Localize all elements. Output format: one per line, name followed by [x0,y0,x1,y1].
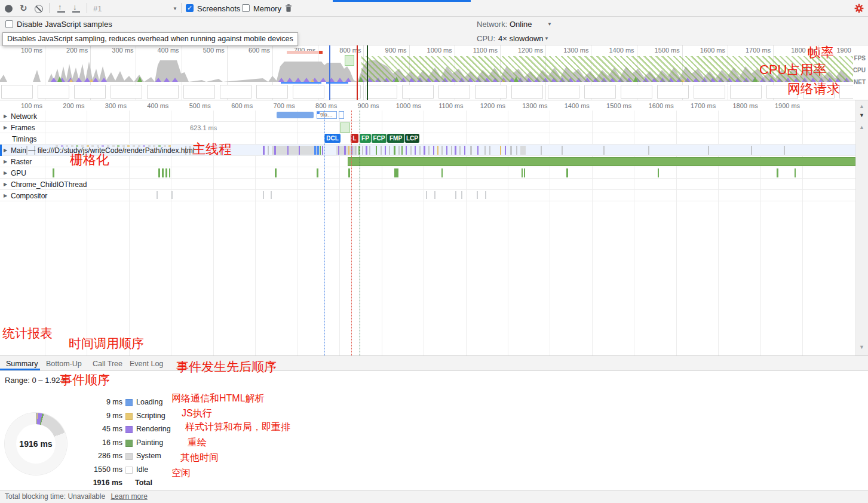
compositor-task [426,191,427,199]
screenshot-frame[interactable] [402,85,434,99]
main-thread-task [708,146,709,155]
devtools-performance-panel: ↻ ↑ ↓ #1 ▼ ✓ Screenshots Memory [0,0,868,503]
clear-icon[interactable] [35,5,43,13]
main-thread-task [348,146,349,155]
main-thread-task [433,146,434,155]
screenshot-frame[interactable] [475,85,507,99]
screenshot-frame[interactable] [730,85,762,99]
track-expand-icon[interactable]: ▶ [4,114,7,119]
screenshot-frame[interactable] [220,85,251,99]
scroll-down-icon[interactable]: ▼ [859,112,864,118]
timing-badge-lcp: LCP [405,134,419,143]
screenshots-checkbox[interactable]: ✓ [186,4,194,12]
main-thread-task [437,146,438,155]
legend-swatch-system [125,453,133,460]
overview-marker-line [329,45,330,100]
reload-icon[interactable]: ↻ [20,3,27,14]
cpu-select-chevron-icon[interactable]: ▼ [544,36,549,41]
flame-marker-line [324,111,325,355]
overview-marker-line [357,45,358,100]
settings-gear-icon[interactable] [854,4,864,13]
overview-ruler-tick: 900 ms [371,47,407,54]
overview-ruler-tick: 800 ms [325,47,361,54]
screenshot-frame[interactable] [74,85,106,99]
track-expand-icon[interactable]: ▶ [4,159,7,164]
screenshot-frame[interactable] [147,85,179,99]
screenshot-frame[interactable] [38,85,69,99]
compositor-task [455,191,456,199]
toolbar-separator [181,3,182,13]
tab-call-tree[interactable]: Call Tree [93,360,122,368]
track-label-chrome_childiothread: Chrome_ChildIOThread [11,180,87,189]
active-tab-underline [0,369,40,370]
scroll-down-icon[interactable]: ▼ [859,344,864,350]
screenshot-frame[interactable] [657,85,689,99]
main-thread-task [366,146,367,155]
memory-label: Memory [253,4,281,13]
network-throttle-select[interactable]: Online [510,20,532,29]
main-thread-task [516,146,517,155]
flame-ruler-tick: 200 ms [48,102,84,109]
screenshot-frame[interactable] [621,85,652,99]
screenshot-frame[interactable] [839,85,853,99]
scroll-up-icon[interactable]: ▲ [859,103,864,109]
flame-ruler-tick: 1400 ms [554,102,590,109]
disable-js-samples-checkbox[interactable] [5,20,13,28]
screenshot-frame[interactable] [183,85,215,99]
network-select-chevron-icon[interactable]: ▼ [547,22,552,27]
track-label-network: Network [11,112,37,121]
main-thread-task [751,146,752,155]
screenshot-frame[interactable] [694,85,725,99]
tab-bottom-up[interactable]: Bottom-Up [46,360,82,368]
cpu-throttled-hatch [361,56,853,82]
track-expand-icon[interactable]: ▶ [4,193,7,198]
profile-select-chevron-icon[interactable]: ▼ [173,6,177,11]
track-expand-icon[interactable]: ▶ [4,170,7,176]
overview-ruler-tick: 1300 ms [553,47,588,54]
screenshot-frame[interactable] [366,85,397,99]
track-expand-icon[interactable]: ▶ [4,182,7,187]
main-thread-task [299,146,300,155]
main-thread-task [344,146,346,155]
raster-task-bar[interactable] [348,157,855,166]
learn-more-link[interactable]: Learn more [111,492,147,501]
screenshot-frame[interactable] [111,85,142,99]
network-request-item[interactable]: 9la… [317,111,337,119]
scroll-up-icon[interactable]: ▲ [859,124,864,130]
screenshot-frame[interactable] [256,85,288,99]
summary-view: Range: 0 – 1.92 s 1916 ms 9 msLoading9 m… [0,371,868,490]
main-thread-task [489,146,490,155]
screenshot-frame[interactable] [1,85,33,99]
cpu-throttle-select[interactable]: 4× slowdown [498,34,544,43]
tab-event-log[interactable]: Event Log [130,360,163,368]
trash-icon[interactable] [284,3,293,13]
timing-badge-fp: FP [360,134,371,143]
memory-checkbox[interactable] [242,4,250,12]
record-button[interactable] [5,5,13,13]
network-request-bar[interactable] [277,112,314,118]
screenshot-frame[interactable] [584,85,616,99]
profile-select[interactable]: #1 [93,4,102,13]
screenshot-frame[interactable] [766,85,798,99]
screenshot-frame[interactable] [803,85,835,99]
screenshot-frame[interactable] [548,85,579,99]
track-expand-icon[interactable]: ▶ [4,125,7,130]
track-expand-icon[interactable]: ▶ [4,148,7,153]
overview-side-label-fps: FPS [852,55,866,62]
timing-badge-fmp: FMP [387,134,404,143]
load-profile-icon[interactable]: ↑ [58,2,62,11]
track-label-raster: Raster [11,158,32,166]
flame-chart[interactable]: 100 ms200 ms300 ms400 ms500 ms600 ms700 … [0,100,855,355]
main-thread-task [648,146,649,155]
track-label-gpu: GPU [11,169,26,177]
frame-thumb[interactable] [340,122,350,133]
screenshot-frame[interactable] [293,85,324,99]
screenshot-frame[interactable] [438,85,470,99]
gpu-task [317,168,318,177]
timeline-overview[interactable]: 100 ms200 ms300 ms400 ms500 ms600 ms700 … [0,45,853,100]
overview-ruler-tick: 1500 ms [644,47,680,54]
screenshot-frame[interactable] [511,85,543,99]
flame-scrollbar[interactable]: ▲ ▼ ▲ ▼ [855,100,868,355]
save-profile-icon[interactable]: ↓ [73,2,77,11]
tab-summary[interactable]: Summary [6,360,38,368]
